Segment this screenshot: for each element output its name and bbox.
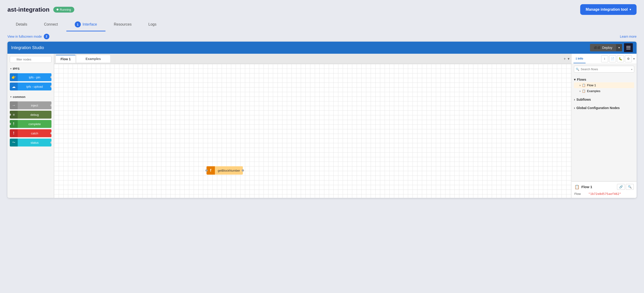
global-config-section-header[interactable]: › Global Configuration Nodes [574, 105, 634, 111]
ipfs-upload-label: ipfs - upload [18, 82, 52, 90]
common-node-list: → inject ≡ debug ! complete [8, 100, 54, 147]
menu-line-2 [626, 47, 630, 48]
catch-icon: ! [13, 131, 14, 135]
top-bar: ast-integration Running Manage integrati… [0, 0, 644, 15]
rp-info-row: Flow "1b72e8d575aef462" [574, 192, 634, 196]
tab-details[interactable]: Details [8, 19, 36, 30]
ipfs-section-label: IPFS [13, 67, 20, 70]
flow-tab-flow1[interactable]: Flow 1 [56, 55, 76, 63]
list-item[interactable]: → inject [10, 101, 52, 109]
debug-icon: ≡ [13, 113, 15, 116]
filter-wrap: 🔍 [10, 56, 52, 63]
flows-section-label: Flows [577, 78, 586, 81]
flows-section-header[interactable]: ▾ Flows [574, 77, 634, 82]
inject-port-right [50, 104, 52, 106]
common-chevron-icon: ▾ [10, 96, 12, 98]
flow-tab-dropdown-button[interactable]: ▾ [568, 56, 570, 61]
rp-info-icon: i [604, 57, 605, 60]
flow-tree-item-examples[interactable]: › 📋 Examples [574, 88, 634, 94]
deploy-label: Deploy [602, 46, 612, 49]
ipfs-node-list: 👉 ipfs - pin ☁ ipfs - upload [8, 72, 54, 91]
search-flows-input[interactable] [574, 66, 634, 72]
tab-connect[interactable]: Connect [36, 19, 66, 30]
subflows-section-header[interactable]: › Subflows [574, 97, 634, 102]
fullscreen-badge: 2 [44, 34, 49, 39]
studio-menu-button[interactable] [624, 43, 633, 52]
filter-nodes-wrap: 🔍 [8, 54, 54, 65]
common-section-header[interactable]: ▾ common [8, 93, 54, 100]
deploy-main-button[interactable]: ⬛⬛ Deploy [590, 44, 616, 51]
flow-tree-item-flow1[interactable]: › 📋 Flow 1 [574, 82, 634, 88]
debug-icon-box: ≡ [10, 111, 18, 119]
flow1-node-icon: 📋 [582, 83, 586, 87]
search-flows-chevron-icon: ▾ [631, 68, 632, 70]
status-icon-box: 〜 [10, 139, 18, 146]
flow-tab-examples[interactable]: Examples [76, 55, 110, 62]
search-flows-wrap: 🔍 ▾ [572, 64, 636, 74]
inject-label: inject [18, 101, 52, 109]
rp-chevron-btn[interactable]: ▾ [633, 57, 635, 60]
canvas-area: Flow 1 Examples + ▾ f getBlockNumber [54, 54, 571, 198]
right-panel-tabs: i info i 📄 🐛 ⚙ ▾ [572, 54, 636, 64]
manage-integration-button[interactable]: Manage integration tool ▾ [580, 4, 636, 15]
fullscreen-link[interactable]: View in fullscreen mode 2 [8, 34, 49, 39]
status-label: status [18, 139, 52, 146]
status-dot [56, 8, 58, 10]
top-left: ast-integration Running [8, 6, 74, 13]
learn-more-link[interactable]: Learn more [620, 35, 636, 38]
canvas-grid[interactable]: f getBlockNumber [54, 64, 571, 198]
ipfs-pin-icon: 👉 [12, 75, 16, 79]
deploy-dropdown-button[interactable]: ▾ [616, 44, 622, 51]
flow1-label: Flow 1 [587, 83, 596, 87]
rp-info-search-btn[interactable]: 🔍 [626, 184, 634, 190]
rp-settings-btn[interactable]: ⚙ [625, 55, 632, 62]
list-item[interactable]: ! complete [10, 120, 52, 128]
menu-line-3 [626, 49, 630, 49]
list-item[interactable]: ☁ ipfs - upload [10, 82, 52, 90]
rp-info-btn[interactable]: i [601, 55, 608, 62]
status-badge: Running [53, 7, 74, 12]
rp-info-node-icon: 📋 [574, 184, 580, 190]
learn-more-label: Learn more [620, 35, 636, 38]
deploy-chevron-icon: ▾ [618, 46, 620, 49]
flows-section: ▾ Flows › 📋 Flow 1 › 📋 Examples [572, 75, 636, 95]
tab-logs[interactable]: Logs [140, 19, 165, 30]
ipfs-section-header[interactable]: ▾ IPFS [8, 65, 54, 72]
rp-debug-btn[interactable]: 🐛 [617, 55, 624, 62]
chevron-down-icon: ▾ [630, 8, 631, 11]
nodes-panel: 🔍 ▾ IPFS 👉 ipfs - pin [8, 54, 54, 198]
tab-interface[interactable]: 1 Interface [66, 18, 106, 31]
examples-label: Examples [587, 89, 600, 93]
ipfs-pin-icon-box: 👉 [10, 73, 18, 81]
flows-chevron-icon: ▾ [574, 78, 576, 81]
filter-nodes-input[interactable] [10, 56, 52, 63]
ipfs-upload-port-right [50, 85, 52, 88]
status-icon: 〜 [12, 140, 15, 145]
rp-tab-info-label: info [578, 57, 583, 60]
list-item[interactable]: ! catch [10, 129, 52, 137]
rp-doc-icon: 📄 [611, 57, 614, 60]
add-flow-tab-button[interactable]: + [564, 57, 566, 61]
ipfs-pin-label: ipfs - pin [18, 73, 52, 81]
fullscreen-label: View in fullscreen mode [8, 35, 42, 38]
subflows-section-label: Subflows [576, 98, 591, 101]
complete-icon: ! [13, 122, 14, 126]
list-item[interactable]: 〜 status [10, 139, 52, 146]
tab-resources[interactable]: Resources [106, 19, 140, 30]
global-config-section: › Global Configuration Nodes [572, 104, 636, 112]
common-section-label: common [13, 95, 26, 99]
studio-title: Integration Studio [11, 45, 44, 50]
list-item[interactable]: ≡ debug [10, 111, 52, 119]
deploy-button-group: ⬛⬛ Deploy ▾ [590, 44, 622, 51]
examples-node-icon: 📋 [582, 89, 586, 93]
toolbar-row: View in fullscreen mode 2 Learn more [0, 31, 644, 42]
tab-interface-label: Interface [83, 22, 97, 26]
rp-info-link-btn[interactable]: 🔗 [617, 184, 625, 190]
rp-doc-btn[interactable]: 📄 [609, 55, 616, 62]
canvas-node-getblocknumber[interactable]: f getBlockNumber [205, 166, 244, 175]
ipfs-pin-port-right [50, 76, 52, 78]
rp-tab-info[interactable]: i info [574, 54, 586, 63]
right-panel: i info i 📄 🐛 ⚙ ▾ [571, 54, 636, 198]
info-icon: i [576, 57, 577, 60]
list-item[interactable]: 👉 ipfs - pin [10, 73, 52, 81]
